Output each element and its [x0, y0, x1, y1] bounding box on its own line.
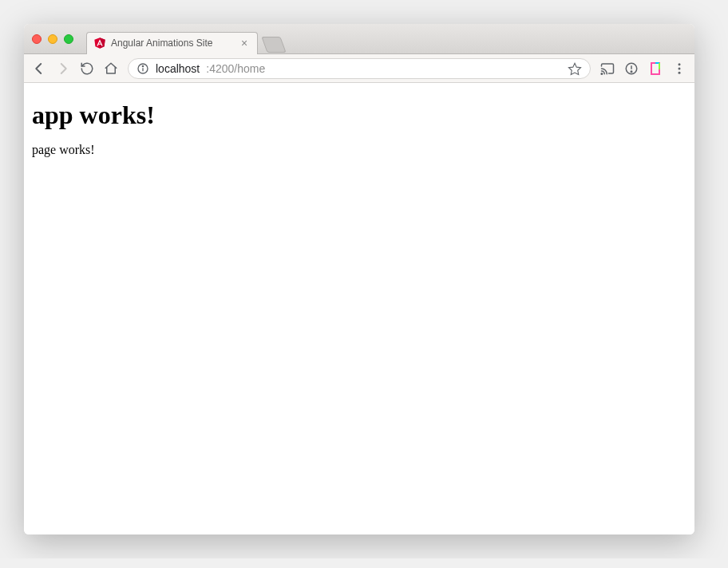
new-tab-button[interactable]	[261, 37, 286, 53]
page-content: app works! page works!	[24, 83, 694, 534]
window-titlebar: Angular Animations Site ×	[24, 24, 694, 54]
window-minimize-button[interactable]	[48, 34, 57, 44]
window-close-button[interactable]	[32, 34, 42, 44]
angular-icon	[93, 37, 106, 49]
browser-window: Angular Animations Site × localhost:4200…	[24, 24, 694, 534]
svg-point-10	[679, 71, 681, 73]
addressbar-actions	[568, 61, 582, 76]
bookmark-star-icon[interactable]	[568, 61, 582, 76]
browser-toolbar: localhost:4200/home	[24, 54, 694, 83]
blocked-content-icon[interactable]	[624, 61, 639, 76]
url-path: :4200/home	[206, 62, 265, 75]
extension-icon[interactable]	[648, 61, 663, 76]
page-heading: app works!	[32, 101, 686, 130]
site-info-icon[interactable]	[136, 62, 149, 75]
svg-marker-3	[569, 63, 581, 74]
address-bar[interactable]: localhost:4200/home	[128, 58, 591, 79]
browser-tab[interactable]: Angular Animations Site ×	[86, 32, 258, 54]
window-zoom-button[interactable]	[64, 34, 73, 44]
svg-point-8	[679, 63, 681, 65]
reload-button[interactable]	[80, 61, 94, 76]
svg-point-7	[631, 71, 632, 73]
svg-point-2	[142, 65, 143, 66]
tab-close-icon[interactable]: ×	[238, 37, 251, 49]
menu-button[interactable]	[672, 61, 686, 76]
page-body-text: page works!	[32, 143, 686, 157]
forward-button[interactable]	[56, 61, 70, 76]
home-button[interactable]	[104, 61, 118, 76]
svg-point-9	[679, 67, 681, 69]
svg-point-4	[601, 73, 603, 74]
tab-title: Angular Animations Site	[111, 37, 233, 49]
traffic-lights	[32, 34, 73, 44]
back-button[interactable]	[32, 61, 46, 76]
cast-icon[interactable]	[600, 61, 615, 76]
url-host: localhost	[156, 62, 200, 75]
